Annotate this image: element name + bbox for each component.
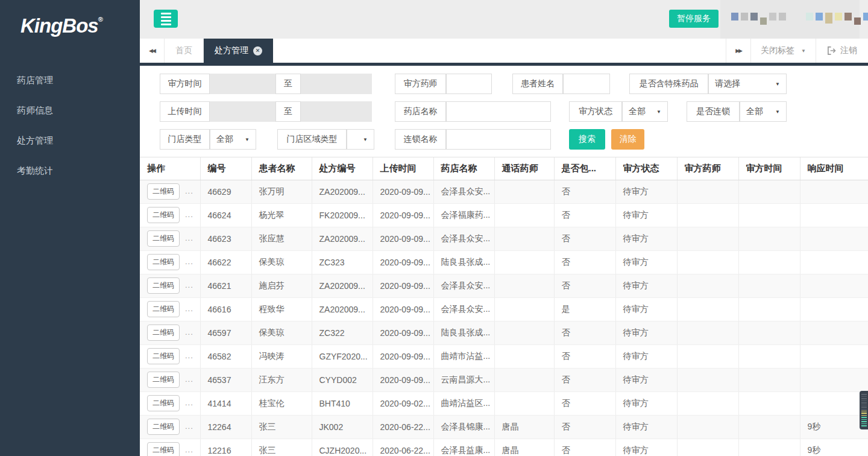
row-more-actions[interactable]: ... (185, 280, 193, 290)
cell-review-pharmacist (677, 321, 738, 344)
redacted-user-info (720, 0, 860, 39)
cell-rx-number: BHT410 (312, 391, 373, 415)
qrcode-button[interactable]: 二维码 (147, 254, 180, 270)
cell-contains-special: 否 (554, 391, 615, 415)
qrcode-button[interactable]: 二维码 (147, 183, 180, 200)
action-cell: 二维码... (140, 344, 200, 368)
cell-call-pharmacist (494, 391, 554, 415)
sidebar-item-attendance-stats[interactable]: 考勤统计 (0, 156, 140, 186)
row-more-actions[interactable]: ... (185, 328, 193, 337)
cell-call-pharmacist (494, 250, 554, 274)
sidebar-item-pharmacist-info[interactable]: 药师信息 (0, 95, 140, 125)
row-more-actions[interactable]: ... (185, 375, 193, 384)
cell-patient: 张万明 (251, 180, 312, 203)
cell-rx-number: ZC322 (312, 321, 373, 344)
qrcode-button[interactable]: 二维码 (147, 207, 180, 223)
store-region-type-select[interactable] (347, 129, 374, 150)
hamburger-icon (161, 13, 171, 14)
sign-out-icon (827, 46, 836, 55)
cell-review-pharmacist (677, 368, 738, 391)
row-more-actions[interactable]: ... (185, 445, 193, 454)
table-row: 二维码... 46629 张万明 ZA202009... 2020-09-09.… (140, 180, 868, 203)
close-tabs-dropdown[interactable]: 关闭标签 (750, 39, 816, 63)
menu-toggle-button[interactable] (154, 10, 178, 28)
cell-upload-time: 2020-09-09... (373, 368, 433, 391)
cell-review-status: 待审方 (615, 439, 677, 456)
cell-contains-special: 否 (554, 180, 615, 203)
qrcode-button[interactable]: 二维码 (147, 325, 180, 341)
review-status-select[interactable]: 全部 (622, 101, 668, 122)
chain-flag-select[interactable]: 全部 (740, 101, 787, 122)
cell-review-time (738, 415, 800, 439)
row-more-actions[interactable]: ... (185, 186, 193, 195)
qrcode-button[interactable]: 二维码 (147, 230, 180, 247)
store-type-select[interactable]: 全部 (210, 129, 256, 150)
scroll-tabs-left-button[interactable] (140, 39, 165, 63)
pause-service-button[interactable]: 暂停服务 (669, 10, 719, 28)
upload-time-end-input[interactable] (301, 101, 372, 122)
col-upload-time: 上传时间 (373, 157, 433, 180)
row-more-actions[interactable]: ... (185, 233, 193, 242)
store-name-input[interactable] (446, 101, 551, 122)
cell-response-time (800, 203, 868, 227)
table-row: 二维码... 46624 杨光翠 FK202009... 2020-09-09.… (140, 203, 868, 227)
cell-rx-number: GZYF2020... (312, 344, 373, 368)
cell-patient: 张三 (251, 415, 312, 439)
qrcode-button[interactable]: 二维码 (147, 301, 180, 317)
row-more-actions[interactable]: ... (185, 210, 193, 219)
cell-response-time: 9秒 (800, 415, 868, 439)
row-more-actions[interactable]: ... (185, 398, 193, 407)
patient-name-input[interactable] (563, 74, 610, 94)
cell-store-name: 曲靖市沾益... (433, 344, 494, 368)
review-time-start-input[interactable] (210, 74, 275, 94)
cell-contains-special: 否 (554, 250, 615, 274)
qrcode-button[interactable]: 二维码 (147, 372, 180, 388)
row-more-actions[interactable]: ... (185, 304, 193, 313)
tab-home[interactable]: 首页 (165, 39, 204, 63)
cell-id: 46629 (200, 180, 251, 203)
cell-rx-number: CYYD002 (312, 368, 373, 391)
sidebar-item-prescription-management[interactable]: 处方管理 (0, 125, 140, 156)
row-more-actions[interactable]: ... (185, 422, 193, 431)
caret-down-icon (775, 109, 780, 115)
action-cell: 二维码... (140, 321, 200, 344)
review-time-end-input[interactable] (301, 74, 372, 94)
special-drug-label: 是否含特殊药品 (629, 74, 708, 94)
cell-review-status: 待审方 (615, 180, 677, 203)
reviewer-input[interactable] (446, 74, 492, 94)
qrcode-button[interactable]: 二维码 (147, 395, 180, 411)
search-button[interactable]: 搜索 (569, 129, 605, 150)
clear-button[interactable]: 清除 (611, 129, 644, 150)
cell-review-pharmacist (677, 203, 738, 227)
cell-review-pharmacist (677, 227, 738, 250)
qrcode-button[interactable]: 二维码 (147, 277, 180, 294)
qrcode-button[interactable]: 二维码 (147, 348, 180, 364)
cell-upload-time: 2020-09-09... (373, 203, 433, 227)
row-more-actions[interactable]: ... (185, 257, 193, 266)
cell-review-time (738, 227, 800, 250)
logout-button[interactable]: 注销 (816, 39, 868, 63)
upload-time-start-input[interactable] (210, 101, 275, 122)
review-status-label: 审方状态 (569, 101, 622, 122)
redacted-avatar-block (806, 13, 868, 25)
action-cell: 二维码... (140, 439, 200, 456)
chain-name-input[interactable] (446, 129, 551, 150)
cell-review-time (738, 297, 800, 321)
cell-call-pharmacist (494, 274, 554, 297)
special-drug-select[interactable]: 请选择 (708, 74, 787, 94)
cell-response-time (800, 180, 868, 203)
sidebar-item-pharmacy-management[interactable]: 药店管理 (0, 65, 140, 95)
scroll-tabs-right-button[interactable] (726, 39, 750, 63)
tab-prescription-management[interactable]: 处方管理 (204, 39, 273, 63)
cell-call-pharmacist (494, 321, 554, 344)
cell-store-name: 曲靖沾益区... (433, 391, 494, 415)
cell-store-name: 会泽福康药... (433, 203, 494, 227)
chain-flag-label: 是否连锁 (687, 101, 740, 122)
qrcode-button[interactable]: 二维码 (147, 419, 180, 435)
floating-scroll-widget[interactable] (860, 391, 868, 429)
action-cell: 二维码... (140, 415, 200, 439)
qrcode-button[interactable]: 二维码 (147, 442, 180, 456)
row-more-actions[interactable]: ... (185, 351, 193, 360)
close-tab-icon[interactable] (253, 46, 262, 55)
col-response-time: 响应时间 (800, 157, 868, 180)
